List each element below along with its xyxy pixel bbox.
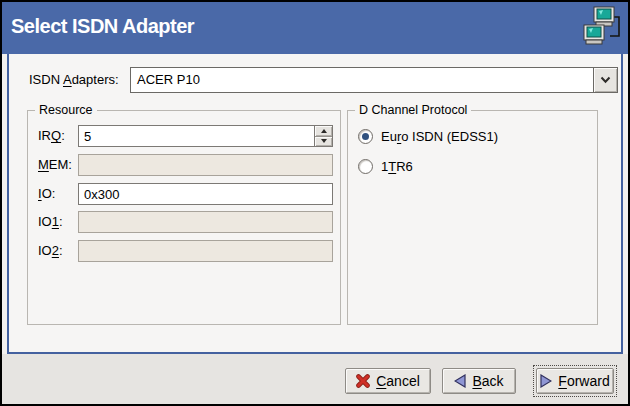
radio-1tr6[interactable]: 1TR6 <box>358 157 413 175</box>
label-post: O: <box>42 186 56 201</box>
arrow-left-icon <box>454 374 466 388</box>
irq-input[interactable] <box>78 125 314 147</box>
forward-button-label: Forward <box>558 373 609 389</box>
label-mnemonic: Q <box>51 128 61 143</box>
combobox-dropdown-button[interactable] <box>593 68 617 92</box>
triangle-down-icon <box>321 139 327 143</box>
io1-field <box>78 211 333 233</box>
label-pre: IO <box>38 243 52 258</box>
mem-label: MEM: <box>38 154 72 176</box>
label-pre: ISDN <box>29 72 63 87</box>
radio-button-unselected-icon[interactable] <box>358 159 373 174</box>
radio-button-selected-icon[interactable] <box>358 129 373 144</box>
isdn-adapters-combobox[interactable]: ACER P10 <box>130 67 618 93</box>
io-field <box>78 183 333 205</box>
spin-down-button[interactable] <box>315 136 332 147</box>
irq-spinner <box>314 125 333 147</box>
isdn-adapters-label: ISDN Adapters: <box>29 67 119 93</box>
label-mnemonic: T <box>388 159 396 174</box>
label-pre: IO <box>38 214 52 229</box>
label-post: orward <box>567 373 610 389</box>
dialog-title: Select ISDN Adapter <box>11 15 194 38</box>
label-post: R6 <box>396 159 413 174</box>
io-label: IO: <box>38 183 55 205</box>
dialog-window: Select ISDN Adapter ISD <box>0 0 630 406</box>
button-bar: Cancel Back Forward <box>2 354 628 404</box>
label-post: : <box>59 243 63 258</box>
label-post: : <box>59 214 63 229</box>
cancel-button[interactable]: Cancel <box>345 368 431 394</box>
label-post: ack <box>482 373 504 389</box>
label-post: o ISDN (EDSS1) <box>401 129 498 144</box>
forward-button-focus-ring: Forward <box>533 365 617 397</box>
label-post: dapters: <box>72 72 119 87</box>
spin-up-button[interactable] <box>315 126 332 136</box>
back-monitor <box>594 7 614 26</box>
io-input[interactable] <box>78 183 333 205</box>
mem-field <box>78 154 333 176</box>
label-mnemonic: 2 <box>52 243 59 258</box>
label-mnemonic: F <box>558 373 567 389</box>
label-mnemonic: A <box>63 72 72 87</box>
label-post: ancel <box>386 373 419 389</box>
dchannel-group-title: D Channel Protocol <box>355 103 471 117</box>
irq-label: IRQ: <box>38 125 65 147</box>
arrow-right-icon <box>540 374 552 388</box>
io2-input <box>78 240 333 262</box>
cancel-button-label: Cancel <box>376 373 420 389</box>
label-mnemonic: M <box>38 157 49 172</box>
io1-label: IO1: <box>38 211 63 233</box>
label-post: : <box>61 128 65 143</box>
resource-groupbox: Resource IRQ: MEM: IO: IO1: <box>27 110 341 325</box>
red-x-icon <box>356 374 370 388</box>
io1-input <box>78 211 333 233</box>
combobox-selected-value[interactable]: ACER P10 <box>131 68 593 92</box>
triangle-up-icon <box>321 129 327 133</box>
label-post: EM: <box>49 157 72 172</box>
io2-field <box>78 240 333 262</box>
io2-label: IO2: <box>38 240 63 262</box>
network-computers-icon <box>583 6 623 53</box>
mem-input <box>78 154 333 176</box>
radio-euro-isdn-label: Euro ISDN (EDSS1) <box>381 129 498 144</box>
back-button-label: Back <box>472 373 503 389</box>
label-mnemonic: B <box>472 373 481 389</box>
resource-group-title: Resource <box>35 103 97 117</box>
dchannel-protocol-groupbox: D Channel Protocol Euro ISDN (EDSS1) 1TR… <box>347 110 598 325</box>
radio-1tr6-label: 1TR6 <box>381 159 413 174</box>
content-panel: ISDN Adapters: ACER P10 Resource IRQ: <box>7 54 623 354</box>
label-mnemonic: C <box>376 373 386 389</box>
front-monitor <box>584 25 604 44</box>
back-button[interactable]: Back <box>442 368 516 394</box>
forward-button[interactable]: Forward <box>536 368 614 394</box>
radio-euro-isdn[interactable]: Euro ISDN (EDSS1) <box>358 127 498 145</box>
label-mnemonic: 1 <box>52 214 59 229</box>
title-bar: Select ISDN Adapter <box>2 2 628 54</box>
chevron-down-icon <box>600 76 611 84</box>
label-pre: IR <box>38 128 51 143</box>
irq-spinbox <box>78 125 333 147</box>
label-pre: Eu <box>381 129 397 144</box>
